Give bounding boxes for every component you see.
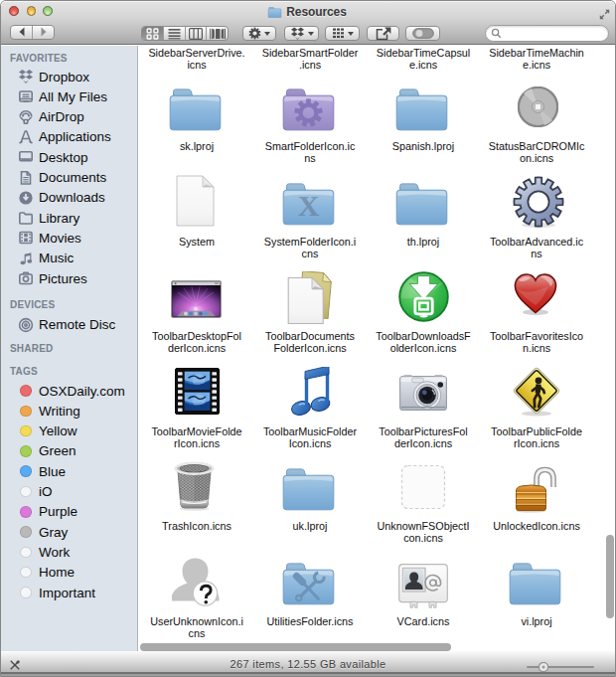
svg-text:X: X xyxy=(297,189,319,222)
